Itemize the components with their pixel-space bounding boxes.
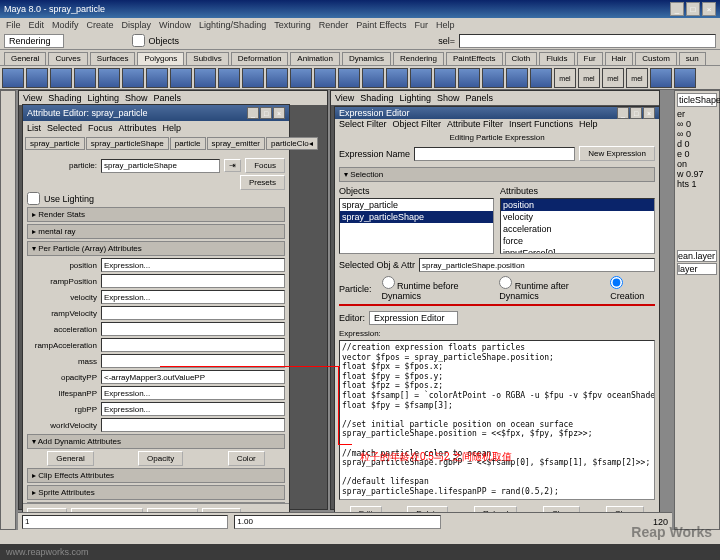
shelf-icon[interactable] (26, 68, 48, 88)
pp-input[interactable] (101, 386, 285, 400)
pp-input[interactable] (101, 274, 285, 288)
pp-input[interactable] (101, 402, 285, 416)
pp-input[interactable] (101, 258, 285, 272)
section-render-stats[interactable]: Render Stats (27, 207, 285, 222)
toolbox[interactable] (0, 90, 16, 530)
pp-input[interactable] (101, 306, 285, 320)
menu-help[interactable]: Help (436, 20, 455, 30)
maximize-icon[interactable]: □ (260, 107, 272, 119)
menu-texturing[interactable]: Texturing (274, 20, 311, 30)
menu-window[interactable]: Window (159, 20, 191, 30)
tab-surfaces[interactable]: Surfaces (90, 52, 136, 65)
channel-row[interactable]: e 0 (677, 149, 717, 159)
list-item[interactable]: position (501, 199, 654, 211)
menu-lighting[interactable]: Lighting/Shading (199, 20, 266, 30)
menu-modify[interactable]: Modify (52, 20, 79, 30)
section-add-dynamic[interactable]: Add Dynamic Attributes (27, 434, 285, 449)
channel-row[interactable]: w 0.97 (677, 169, 717, 179)
pp-input[interactable] (101, 370, 285, 384)
list-item[interactable]: force (501, 235, 654, 247)
channel-tab[interactable]: ticleShape (677, 93, 717, 107)
shelf-icon[interactable] (122, 68, 144, 88)
range-start2-input[interactable] (234, 515, 440, 529)
sel-attr-input[interactable] (419, 258, 655, 272)
menu-display[interactable]: Display (122, 20, 152, 30)
tab-general[interactable]: General (4, 52, 46, 65)
color-button[interactable]: Color (228, 451, 265, 466)
vp-menu-show[interactable]: Show (125, 93, 148, 103)
ae-tab[interactable]: spray_emitter (207, 137, 265, 150)
channel-row[interactable]: er (677, 109, 717, 119)
shelf-mel-icon[interactable]: mel (626, 68, 648, 88)
shelf-icon[interactable] (314, 68, 336, 88)
section-per-particle[interactable]: Per Particle (Array) Attributes (27, 241, 285, 256)
vp-menu-panels[interactable]: Panels (465, 93, 493, 103)
tab-hair[interactable]: Hair (605, 52, 634, 65)
ae-tab[interactable]: spray_particle (25, 137, 85, 150)
maximize-icon[interactable]: □ (686, 2, 700, 16)
vp-menu-lighting[interactable]: Lighting (87, 93, 119, 103)
presets-button[interactable]: Presets (240, 175, 285, 190)
shelf-icon[interactable] (218, 68, 240, 88)
ae-menu-selected[interactable]: Selected (47, 123, 82, 133)
shelf-icon[interactable] (290, 68, 312, 88)
menu-create[interactable]: Create (87, 20, 114, 30)
shelf-icon[interactable] (410, 68, 432, 88)
vp-menu-shading[interactable]: Shading (360, 93, 393, 103)
ae-menu-attributes[interactable]: Attributes (119, 123, 157, 133)
timeline[interactable]: 120 (18, 512, 672, 530)
attributes-listbox[interactable]: position velocity acceleration force inp… (500, 198, 655, 254)
list-item[interactable]: velocity (501, 211, 654, 223)
shelf-icon[interactable] (362, 68, 384, 88)
mode-dropdown[interactable]: Rendering (4, 34, 64, 48)
channel-row[interactable]: ∞ 0 (677, 119, 717, 129)
expression-textarea[interactable]: //creation expression floats particles v… (339, 340, 655, 500)
pp-input[interactable] (101, 418, 285, 432)
list-item[interactable]: acceleration (501, 223, 654, 235)
layer-item[interactable]: layer (677, 263, 717, 275)
menu-painteffects[interactable]: Paint Effects (356, 20, 406, 30)
tab-cloth[interactable]: Cloth (505, 52, 538, 65)
channel-row[interactable]: ∞ 0 (677, 129, 717, 139)
tab-deformation[interactable]: Deformation (231, 52, 289, 65)
menu-render[interactable]: Render (319, 20, 349, 30)
vp-menu-view[interactable]: View (23, 93, 42, 103)
ae-tab[interactable]: particle (170, 137, 206, 150)
shelf-mel-icon[interactable]: mel (578, 68, 600, 88)
section-clip-effects[interactable]: Clip Effects Attributes (27, 468, 285, 483)
close-icon[interactable]: × (273, 107, 285, 119)
menu-file[interactable]: File (6, 20, 21, 30)
use-lighting-checkbox[interactable] (27, 192, 40, 205)
channel-row[interactable]: d 0 (677, 139, 717, 149)
focus-button[interactable]: Focus (245, 158, 285, 173)
section-selection[interactable]: Selection (339, 167, 655, 182)
vp-menu-lighting[interactable]: Lighting (399, 93, 431, 103)
tab-curves[interactable]: Curves (48, 52, 87, 65)
shelf-icon[interactable] (650, 68, 672, 88)
menu-edit[interactable]: Edit (29, 20, 45, 30)
particle-input[interactable] (101, 159, 220, 173)
minimize-icon[interactable]: _ (247, 107, 259, 119)
editor-dropdown[interactable]: Expression Editor (369, 311, 458, 325)
channel-row[interactable]: hts 1 (677, 179, 717, 189)
ee-menu-object-filter[interactable]: Object Filter (393, 119, 442, 129)
radio-runtime-before[interactable]: Runtime before Dynamics (382, 276, 490, 301)
list-item[interactable]: spray_particleShape (340, 211, 493, 223)
ee-menu-help[interactable]: Help (579, 119, 598, 129)
minimize-icon[interactable]: _ (670, 2, 684, 16)
sel-input[interactable] (459, 34, 716, 48)
ee-menu-select-filter[interactable]: Select Filter (339, 119, 387, 129)
ae-menu-help[interactable]: Help (163, 123, 182, 133)
shelf-icon[interactable] (98, 68, 120, 88)
tab-sun[interactable]: sun (679, 52, 706, 65)
tab-custom[interactable]: Custom (635, 52, 677, 65)
channel-box[interactable]: ticleShape er ∞ 0 ∞ 0 d 0 e 0 on w 0.97 … (674, 90, 720, 530)
shelf-icon[interactable] (674, 68, 696, 88)
shelf-icon[interactable] (338, 68, 360, 88)
shelf-icon[interactable] (194, 68, 216, 88)
tab-fur[interactable]: Fur (577, 52, 603, 65)
shelf-icon[interactable] (506, 68, 528, 88)
close-icon[interactable]: × (643, 107, 655, 119)
expr-name-input[interactable] (414, 147, 575, 161)
list-item[interactable]: spray_particle (340, 199, 493, 211)
